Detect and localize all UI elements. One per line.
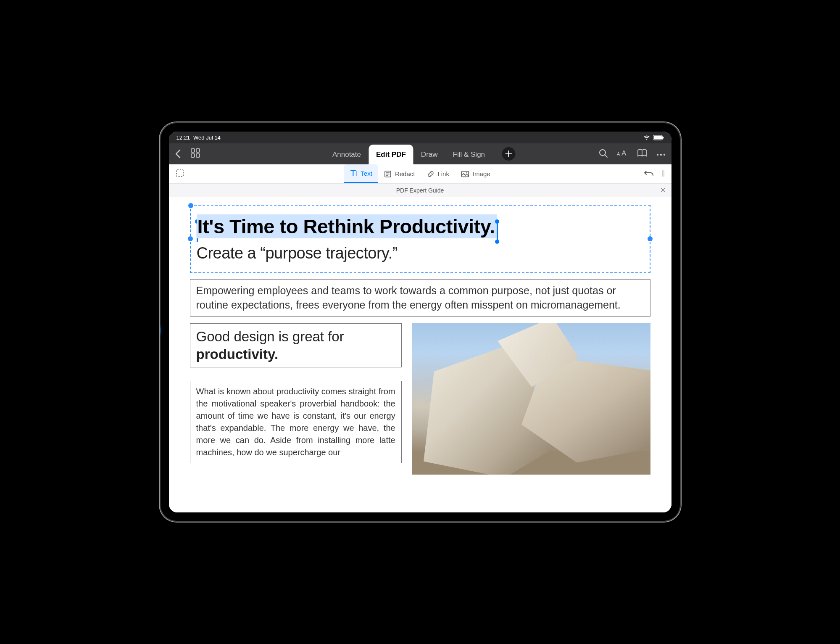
- svg-point-13: [663, 154, 665, 156]
- svg-point-12: [660, 154, 661, 156]
- image-tool-icon: [461, 171, 469, 177]
- svg-rect-3: [191, 149, 195, 152]
- headline-selected[interactable]: It's Time to Rethink Productivity.: [197, 214, 497, 238]
- add-tab-button[interactable]: [502, 147, 515, 161]
- svg-rect-1: [654, 136, 662, 139]
- selection-handle-mid-left[interactable]: [188, 236, 193, 241]
- tool-image-label: Image: [473, 170, 490, 177]
- ipad-device-frame: 12:21 Wed Jul 14: [160, 122, 681, 522]
- sub-heading-bold: productivity.: [196, 346, 279, 362]
- svg-point-21: [466, 172, 468, 173]
- screen: 12:21 Wed Jul 14: [169, 132, 671, 512]
- status-date: Wed Jul 14: [193, 135, 221, 141]
- tool-image[interactable]: Image: [455, 164, 496, 183]
- tool-redact-label: Redact: [395, 170, 415, 177]
- text-size-icon[interactable]: AA: [617, 149, 628, 158]
- tool-redact[interactable]: Redact: [378, 164, 421, 183]
- undo-button[interactable]: [644, 170, 654, 178]
- sub-heading: Good design is great for productivity.: [196, 328, 395, 363]
- wifi-icon: [643, 135, 650, 140]
- document-canvas[interactable]: It's Time to Rethink Productivity. Creat…: [169, 197, 671, 512]
- reader-icon[interactable]: [637, 149, 647, 159]
- intro-paragraph: Empowering employees and teams to work t…: [196, 284, 644, 312]
- svg-rect-14: [176, 170, 183, 177]
- back-button[interactable]: [175, 149, 181, 158]
- sub-heading-box[interactable]: Good design is great for productivity.: [190, 323, 402, 367]
- tab-draw[interactable]: Draw: [413, 145, 445, 164]
- top-nav: Annotate Edit PDF Draw Fill & Sign AA: [169, 143, 671, 164]
- thumbnails-icon[interactable]: [191, 148, 200, 159]
- svg-point-11: [656, 154, 658, 156]
- status-bar: 12:21 Wed Jul 14: [169, 132, 671, 143]
- body-text-box[interactable]: What is known about productivity comes s…: [190, 381, 402, 463]
- body-paragraph: What is known about productivity comes s…: [196, 385, 395, 459]
- status-time: 12:21: [176, 135, 190, 141]
- battery-icon: [653, 135, 664, 140]
- svg-line-8: [605, 155, 607, 157]
- drag-handle-icon[interactable]: [661, 169, 665, 179]
- svg-rect-5: [191, 154, 195, 157]
- tool-link-label: Link: [437, 170, 449, 177]
- link-tool-icon: [427, 170, 434, 178]
- svg-text:A: A: [621, 149, 627, 157]
- text-selection-box[interactable]: It's Time to Rethink Productivity. Creat…: [190, 205, 650, 273]
- redact-tool-icon: [384, 170, 392, 178]
- tab-edit-pdf[interactable]: Edit PDF: [369, 145, 413, 164]
- document-title-bar: PDF Expert Guide ✕: [169, 184, 671, 197]
- svg-rect-6: [196, 154, 200, 157]
- article-image[interactable]: [412, 323, 650, 475]
- svg-rect-2: [663, 137, 664, 138]
- tab-fill-sign[interactable]: Fill & Sign: [445, 145, 493, 164]
- svg-rect-20: [461, 171, 469, 177]
- document-title: PDF Expert Guide: [396, 187, 444, 194]
- close-document-button[interactable]: ✕: [660, 186, 666, 194]
- text-cursor-end[interactable]: [497, 222, 498, 242]
- edit-toolbar: Text Redact Link: [169, 164, 671, 184]
- tool-text-label: Text: [361, 170, 372, 177]
- home-indicator: [160, 322, 161, 339]
- search-icon[interactable]: [599, 149, 608, 159]
- more-icon[interactable]: [656, 150, 666, 158]
- selection-handle-top-left[interactable]: [188, 203, 193, 208]
- selection-tool-icon[interactable]: [176, 169, 184, 179]
- sub-heading-pre: Good design is great for: [196, 329, 344, 344]
- text-tool-icon: [350, 169, 357, 177]
- tool-link[interactable]: Link: [421, 164, 455, 183]
- subheadline[interactable]: Create a “purpose trajectory.”: [197, 244, 644, 262]
- svg-rect-4: [196, 149, 200, 152]
- svg-text:A: A: [617, 151, 620, 156]
- selection-handle-mid-right[interactable]: [648, 236, 653, 241]
- tool-text[interactable]: Text: [344, 164, 378, 183]
- intro-paragraph-box[interactable]: Empowering employees and teams to work t…: [190, 279, 650, 317]
- tab-annotate[interactable]: Annotate: [325, 145, 369, 164]
